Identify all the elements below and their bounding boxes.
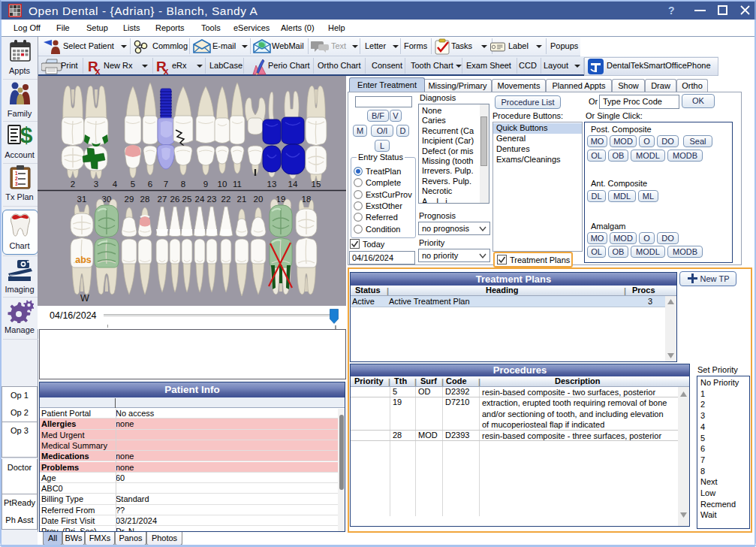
svg-text:2: 2 [15, 176, 18, 181]
svg-text:23: 23 [207, 195, 217, 204]
svg-text:20: 20 [254, 195, 264, 204]
svg-text:21: 21 [237, 195, 247, 204]
svg-text:24: 24 [195, 195, 205, 204]
svg-text:3: 3 [15, 181, 18, 186]
svg-text:15: 15 [312, 180, 321, 189]
svg-text:18: 18 [302, 195, 312, 204]
svg-text:4: 4 [113, 180, 118, 189]
svg-text:13: 13 [267, 180, 277, 189]
svg-text:10: 10 [218, 180, 227, 189]
svg-text:5: 5 [131, 180, 135, 189]
svg-text:28: 28 [140, 195, 150, 204]
svg-text:27: 27 [158, 195, 167, 204]
svg-text:14: 14 [288, 180, 298, 189]
svg-text:29: 29 [125, 195, 134, 204]
svg-text:26: 26 [170, 195, 180, 204]
svg-text:1: 1 [15, 171, 18, 176]
svg-text:31: 31 [77, 195, 87, 204]
svg-text:9: 9 [203, 180, 208, 189]
svg-text:11: 11 [233, 180, 242, 189]
svg-text:22: 22 [221, 195, 231, 204]
svg-text:8: 8 [181, 180, 185, 189]
svg-text:W: W [80, 293, 89, 304]
svg-text:7: 7 [164, 180, 168, 189]
svg-text:3: 3 [94, 180, 98, 189]
svg-text:2: 2 [71, 180, 75, 189]
svg-text:abs: abs [75, 255, 92, 265]
svg-text:25: 25 [182, 195, 192, 204]
svg-text:$: $ [20, 122, 33, 147]
svg-text:6: 6 [148, 180, 152, 189]
